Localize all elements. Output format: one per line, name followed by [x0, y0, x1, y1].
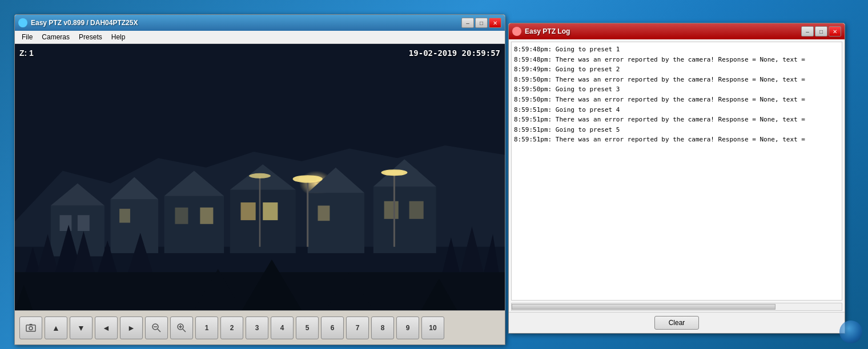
log-entry: 8:59:51pm: Going to preset 4 [514, 105, 839, 115]
preset-8-button[interactable]: 8 [371, 316, 394, 339]
clear-button[interactable]: Clear [654, 316, 700, 330]
log-hscroll-thumb [512, 304, 775, 310]
svg-rect-23 [373, 186, 436, 253]
log-horizontal-scrollbar[interactable] [511, 303, 842, 311]
svg-rect-25 [384, 201, 399, 219]
svg-rect-15 [200, 208, 213, 224]
windows-orb [839, 320, 862, 343]
preset-4-button[interactable]: 4 [271, 316, 294, 339]
svg-rect-26 [409, 201, 424, 219]
svg-rect-9 [110, 199, 158, 253]
log-window-title: Easy PTZ Log [525, 27, 801, 35]
log-minimize-btn[interactable]: – [801, 26, 814, 36]
preset-2-button[interactable]: 2 [220, 316, 243, 339]
screenshot-button[interactable] [19, 316, 42, 339]
pan-up-button[interactable]: ▲ [45, 316, 67, 339]
svg-point-32 [381, 169, 407, 176]
controls-bar: ▲ ▼ ◄ ► 1 2 3 4 5 6 7 8 9 10 [15, 310, 505, 344]
main-minimize-btn[interactable]: – [461, 18, 474, 28]
zoom-out-button[interactable] [145, 316, 168, 339]
app-icon [18, 18, 27, 27]
log-entry: 8:59:50pm: There was an error reported b… [514, 95, 839, 105]
log-entry: 8:59:49pm: Going to preset 2 [514, 64, 839, 75]
log-entry: 8:59:50pm: Going to preset 3 [514, 84, 839, 95]
log-maximize-btn[interactable]: □ [815, 26, 827, 36]
preset-10-button[interactable]: 10 [421, 316, 444, 339]
svg-point-34 [249, 173, 271, 178]
zoom-in-button[interactable] [170, 316, 193, 339]
video-area: Z: 1 19-02-2019 20:59:57 [15, 44, 505, 310]
menu-bar: File Cameras Presets Help [15, 31, 505, 44]
preset-6-button[interactable]: 6 [321, 316, 344, 339]
svg-rect-5 [51, 206, 105, 257]
main-window-title: Easy PTZ v0.899 / DAH04PTZ25X [31, 19, 461, 27]
main-title-bar: Easy PTZ v0.899 / DAH04PTZ25X – □ ✕ [15, 15, 505, 31]
scene-svg [15, 44, 505, 310]
svg-rect-11 [119, 209, 130, 222]
log-window-controls: – □ ✕ [801, 26, 841, 36]
log-entry: 8:59:48pm: Going to preset 1 [514, 44, 839, 55]
menu-presets[interactable]: Presets [74, 32, 107, 42]
log-entry: 8:59:51pm: There was an error reported b… [514, 135, 839, 145]
video-timestamp: 19-02-2019 20:59:57 [409, 48, 500, 58]
pan-down-button[interactable]: ▼ [70, 316, 93, 339]
log-footer: Clear [509, 312, 845, 333]
main-close-btn[interactable]: ✕ [489, 18, 501, 28]
svg-rect-20 [308, 193, 364, 253]
preset-7-button[interactable]: 7 [346, 316, 369, 339]
svg-rect-12 [164, 196, 224, 253]
preset-9-button[interactable]: 9 [396, 316, 419, 339]
log-entry: 8:59:51pm: Going to preset 5 [514, 125, 839, 135]
log-content-area[interactable]: 8:59:48pm: Going to preset 18:59:48pm: T… [511, 42, 842, 301]
menu-help[interactable]: Help [107, 32, 130, 42]
main-window-controls: – □ ✕ [461, 18, 501, 28]
pan-left-button[interactable]: ◄ [95, 316, 118, 339]
log-close-btn[interactable]: ✕ [829, 26, 841, 36]
preset-5-button[interactable]: 5 [296, 316, 319, 339]
log-window: Easy PTZ Log – □ ✕ 8:59:48pm: Going to p… [508, 23, 845, 334]
svg-rect-8 [78, 215, 90, 231]
svg-rect-16 [230, 190, 296, 253]
svg-rect-7 [59, 215, 71, 231]
main-maximize-btn[interactable]: □ [475, 18, 488, 28]
svg-rect-14 [175, 208, 188, 224]
log-entry: 8:59:51pm: There was an error reported b… [514, 115, 839, 125]
menu-file[interactable]: File [17, 32, 37, 42]
svg-rect-50 [26, 325, 35, 331]
log-icon [512, 27, 521, 36]
log-entry: 8:59:50pm: There was an error reported b… [514, 75, 839, 85]
preset-1-button[interactable]: 1 [195, 316, 218, 339]
svg-point-29 [293, 175, 323, 182]
menu-cameras[interactable]: Cameras [37, 32, 74, 42]
svg-rect-19 [263, 202, 278, 220]
log-entry: 8:59:48pm: There was an error reported b… [514, 55, 839, 65]
svg-rect-18 [241, 202, 256, 220]
log-title-bar: Easy PTZ Log – □ ✕ [509, 23, 845, 39]
pan-right-button[interactable]: ► [120, 316, 143, 339]
svg-rect-22 [318, 206, 329, 221]
zoom-indicator: Z: 1 [19, 48, 34, 58]
svg-line-57 [183, 329, 186, 332]
main-ptz-window: Easy PTZ v0.899 / DAH04PTZ25X – □ ✕ File… [14, 14, 505, 345]
svg-line-54 [158, 329, 160, 332]
svg-marker-52 [29, 324, 33, 325]
preset-3-button[interactable]: 3 [246, 316, 268, 339]
svg-point-51 [29, 326, 33, 330]
